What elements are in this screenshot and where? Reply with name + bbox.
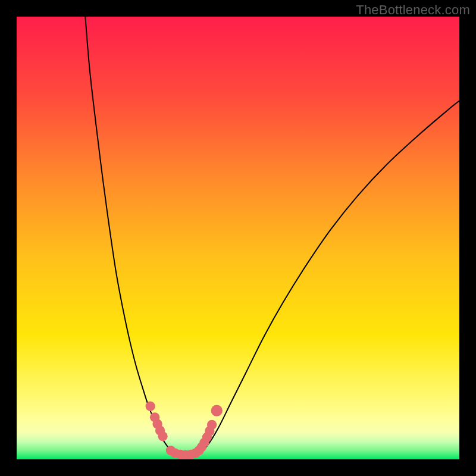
- data-point-marker: [211, 405, 223, 416]
- data-point-marker: [158, 431, 167, 441]
- watermark-text: TheBottleneck.com: [356, 2, 470, 18]
- data-point-marker: [207, 420, 217, 430]
- chart-frame: TheBottleneck.com: [0, 0, 476, 476]
- curve-layer: [17, 17, 459, 459]
- plot-area: [17, 17, 459, 459]
- bottleneck-curve: [85, 17, 459, 456]
- data-point-marker: [146, 402, 155, 411]
